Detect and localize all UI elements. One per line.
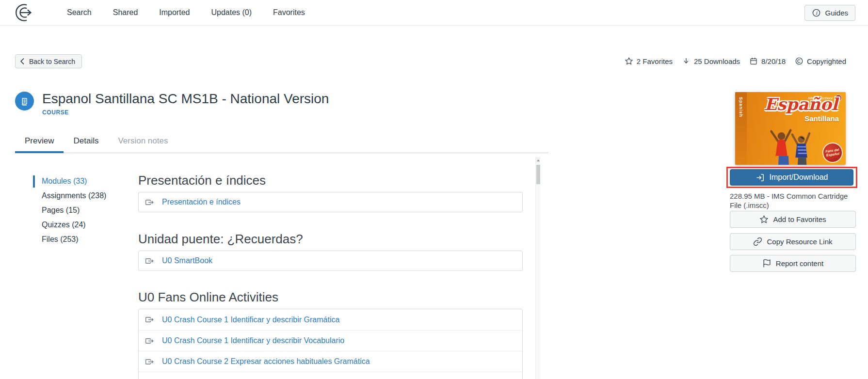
guides-label: Guides xyxy=(825,9,848,17)
downloads-count: 25 Downloads xyxy=(694,57,740,65)
copy-resource-link-button[interactable]: Copy Resource Link xyxy=(730,233,856,250)
favorites-stat: 2 Favorites xyxy=(625,57,673,65)
module-item-icon xyxy=(145,197,155,207)
module-section: U0 Fans Online Activities U0 Crash Cours… xyxy=(138,289,523,379)
module-card: U0 SmartBook xyxy=(138,251,523,271)
module-section: Unidad puente: ¿Recuerdas? U0 SmartBook xyxy=(138,231,523,271)
nav-item-shared[interactable]: Shared xyxy=(113,8,138,17)
module-item-link[interactable]: Presentación e índices xyxy=(162,198,241,206)
calendar-icon xyxy=(749,57,758,65)
chevron-left-icon xyxy=(20,58,25,65)
add-to-favorites-label: Add to Favorites xyxy=(773,215,826,223)
resource-header: Espanol Santillana SC MS1B - National Ve… xyxy=(15,92,329,116)
import-icon xyxy=(755,173,765,182)
link-icon xyxy=(753,237,762,246)
downloads-stat: 25 Downloads xyxy=(682,57,740,65)
flag-icon xyxy=(762,259,772,268)
module-item-row[interactable]: U0 Crash Course 2 Expresar acciones habi… xyxy=(139,351,522,372)
favorites-count: 2 Favorites xyxy=(637,57,673,65)
sidebar-item-assignments[interactable]: Assignments (238) xyxy=(33,190,106,205)
cover-fans-badge: Fans del Español xyxy=(821,141,844,164)
module-item-icon xyxy=(145,378,155,379)
module-item-row[interactable]: U0 Crash Course 1 Identificar y describi… xyxy=(139,309,522,330)
copyright-icon xyxy=(795,57,804,65)
scrollbar-up-button[interactable] xyxy=(536,157,540,163)
nav-item-imported[interactable]: Imported xyxy=(159,8,190,17)
updated-date: 8/20/18 xyxy=(761,57,786,65)
guides-button[interactable]: i Guides xyxy=(804,5,855,21)
copy-resource-link-label: Copy Resource Link xyxy=(767,237,832,246)
module-item-icon xyxy=(145,357,155,367)
back-to-search-label: Back to Search xyxy=(29,58,75,65)
cover-brand-subtitle: Santillana xyxy=(788,114,843,123)
modules-list: Presentación e índices Presentación e ín… xyxy=(138,149,523,379)
module-item-row[interactable]: U0 Crash Course 2 Expresar acciones habi… xyxy=(139,372,522,379)
sidebar-item-pages[interactable]: Pages (15) xyxy=(33,205,106,219)
module-heading: Unidad puente: ¿Recuerdas? xyxy=(138,231,523,247)
cover-people-illustration xyxy=(756,127,821,165)
module-heading: Presentación e índices xyxy=(138,173,523,188)
star-icon xyxy=(625,57,633,65)
module-item-row[interactable]: U0 Crash Course 1 Identificar y describi… xyxy=(139,330,522,351)
page-title: Espanol Santillana SC MS1B - National Ve… xyxy=(42,92,329,106)
svg-text:i: i xyxy=(816,10,818,16)
cover-spine-label: Spanish xyxy=(739,97,743,117)
resource-stats: 2 Favorites 25 Downloads 8/20/18 Copyrig… xyxy=(625,57,846,65)
nav-item-favorites[interactable]: Favorites xyxy=(273,8,305,17)
module-card: Presentación e índices xyxy=(138,192,523,212)
info-icon: i xyxy=(812,8,821,17)
star-icon xyxy=(759,215,769,224)
license-label: Copyrighted xyxy=(807,57,846,65)
report-content-button[interactable]: Report content xyxy=(730,255,856,272)
module-item-icon xyxy=(145,256,155,266)
date-stat: 8/20/18 xyxy=(749,57,786,65)
download-icon xyxy=(682,57,691,65)
nav-menu: Search Shared Imported Updates (0) Favor… xyxy=(67,8,305,17)
resource-type-badge: COURSE xyxy=(42,109,329,116)
preview-scrollbar-track[interactable] xyxy=(535,157,540,379)
preview-scrollbar-thumb[interactable] xyxy=(536,165,540,184)
back-to-search-button[interactable]: Back to Search xyxy=(15,54,82,68)
preview-pane: Modules (33) Assignments (238) Pages (15… xyxy=(15,149,540,379)
report-content-label: Report content xyxy=(776,259,823,268)
nav-item-updates[interactable]: Updates (0) xyxy=(211,8,252,17)
content-type-list: Modules (33) Assignments (238) Pages (15… xyxy=(33,175,106,248)
commons-logo-icon[interactable] xyxy=(14,2,34,23)
add-to-favorites-button[interactable]: Add to Favorites xyxy=(730,211,856,228)
cover-brand-title: Español xyxy=(760,95,842,113)
course-cover-image: Spanish Middle School 1B Español Santill… xyxy=(735,92,846,165)
sidebar-item-quizzes[interactable]: Quizzes (24) xyxy=(33,219,106,234)
top-navbar: Search Shared Imported Updates (0) Favor… xyxy=(0,0,868,26)
module-card: U0 Crash Course 1 Identificar y describi… xyxy=(138,309,523,379)
course-type-icon xyxy=(15,92,34,111)
module-heading: U0 Fans Online Activities xyxy=(138,289,523,305)
module-item-icon xyxy=(145,315,155,325)
import-download-label: Import/Download xyxy=(770,173,828,182)
sidebar-item-modules[interactable]: Modules (33) xyxy=(33,175,106,190)
sidebar-item-files[interactable]: Files (253) xyxy=(33,234,106,248)
module-item-link[interactable]: U0 Crash Course 1 Identificar y describi… xyxy=(162,316,339,324)
cover-spine: Spanish xyxy=(735,92,747,165)
module-item-row[interactable]: Presentación e índices xyxy=(139,192,522,212)
module-item-link[interactable]: U0 Crash Course 2 Expresar acciones habi… xyxy=(162,357,370,366)
nav-item-search[interactable]: Search xyxy=(67,8,92,17)
module-section: Presentación e índices Presentación e ín… xyxy=(138,173,523,212)
module-item-link[interactable]: U0 Crash Course 1 Identificar y describi… xyxy=(162,336,344,345)
module-item-link[interactable]: U0 SmartBook xyxy=(162,256,212,265)
module-item-row[interactable]: U0 SmartBook xyxy=(139,251,522,270)
module-item-icon xyxy=(145,336,155,346)
file-info-text: 228.95 MB - IMS Common Cartridge File (.… xyxy=(730,191,856,210)
license-stat: Copyrighted xyxy=(795,57,846,65)
import-download-button[interactable]: Import/Download xyxy=(730,169,853,186)
